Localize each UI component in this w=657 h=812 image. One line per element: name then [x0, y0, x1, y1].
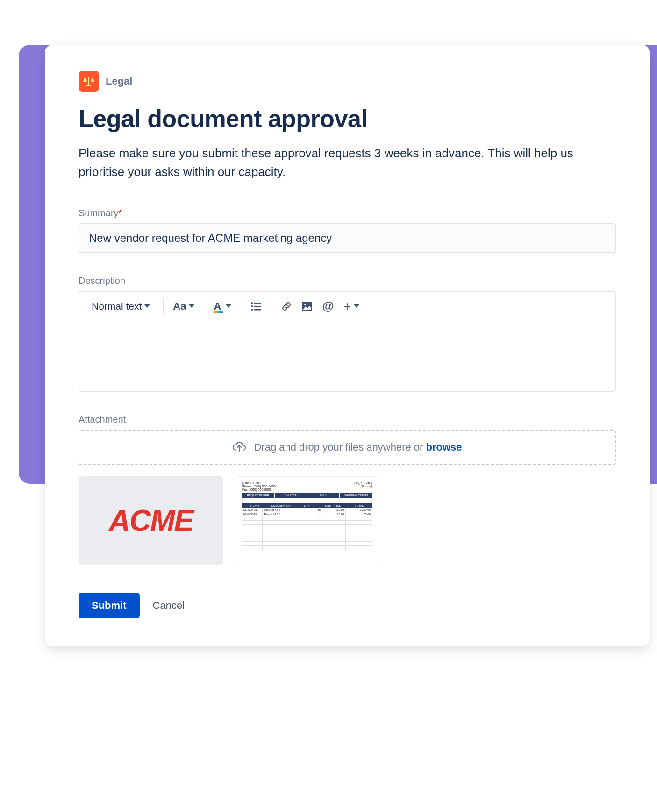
inv-addr-line: Fax: (000) 000-0000: [242, 488, 276, 491]
inv-addr-line: Phone: (000) 000-0000: [242, 485, 276, 488]
insert-more-button[interactable]: +: [339, 297, 364, 316]
chevron-down-icon: [226, 304, 231, 308]
inv-col: DESCRIPTION: [268, 503, 294, 508]
inv-item-row: [242, 521, 372, 525]
required-marker: *: [119, 208, 122, 218]
attachment-dropzone[interactable]: Drag and drop your files anywhere or bro…: [79, 430, 616, 465]
color-label: A: [214, 300, 221, 312]
category-label: Legal: [106, 75, 132, 87]
format-label: Aa: [173, 300, 186, 312]
inv-item-row: [242, 533, 372, 537]
text-style-label: Normal text: [92, 301, 142, 312]
inv-col: TOTAL: [346, 503, 372, 508]
cancel-button[interactable]: Cancel: [153, 600, 185, 612]
dropzone-text: Drag and drop your files anywhere or bro…: [254, 441, 462, 453]
description-field-group: Description Normal text Aa A: [79, 275, 616, 392]
svg-point-4: [251, 309, 253, 311]
summary-input[interactable]: [79, 223, 616, 253]
inv-col: F.O.B.: [307, 493, 340, 498]
inv-item-row: [242, 525, 372, 529]
inv-items-header: ITEM # DESCRIPTION QTY UNIT PRICE TOTAL: [242, 503, 372, 508]
color-swatch-icon: [214, 311, 223, 313]
summary-label-text: Summary: [79, 208, 119, 218]
inv-addr-line: [City, ST ZIP]: [353, 481, 372, 485]
inv-item-row: [45645645] Product ABC 1 75.00 75.00: [242, 512, 372, 516]
invoice-preview: [City, ST ZIP] Phone: (000) 000-0000 Fax…: [239, 479, 375, 563]
inv-item-row: [242, 537, 372, 542]
summary-label: Summary*: [79, 208, 616, 219]
scales-icon: [79, 71, 99, 92]
form-actions: Submit Cancel: [79, 593, 616, 618]
chevron-down-icon: [189, 304, 194, 308]
attachment-thumbnails: ACME [City, ST ZIP] Phone: (000) 000-000…: [79, 476, 616, 565]
upload-cloud-icon: [232, 441, 246, 454]
text-style-dropdown[interactable]: Normal text: [83, 297, 158, 316]
svg-point-2: [251, 305, 253, 307]
submit-button[interactable]: Submit: [79, 593, 140, 618]
text-color-button[interactable]: A: [209, 297, 236, 316]
acme-logo-text: ACME: [109, 503, 193, 538]
svg-point-0: [251, 302, 253, 304]
svg-rect-1: [254, 303, 261, 304]
toolbar-separator: [204, 298, 204, 315]
inv-col: SHIP VIA: [275, 493, 307, 498]
page-description: Please make sure you submit these approv…: [79, 144, 616, 182]
inv-item-row: [242, 546, 372, 550]
toolbar-separator: [271, 298, 271, 315]
editor-toolbar: Normal text Aa A: [79, 292, 615, 321]
chevron-down-icon: [144, 304, 150, 308]
svg-point-7: [304, 304, 306, 305]
category-header: Legal: [79, 71, 616, 92]
summary-field-group: Summary*: [79, 208, 616, 253]
mention-button[interactable]: @: [317, 297, 338, 316]
inv-item-row: [242, 529, 372, 533]
inv-col: ITEM #: [242, 503, 268, 508]
toolbar-separator: [241, 298, 241, 315]
svg-rect-3: [254, 306, 261, 307]
form-card: Legal Legal document approval Please mak…: [45, 45, 650, 646]
inv-item-row: [242, 542, 372, 546]
inv-col: REQUISITIONER: [242, 493, 275, 498]
description-input[interactable]: [79, 321, 615, 391]
description-label: Description: [79, 275, 616, 286]
list-button[interactable]: [246, 297, 266, 316]
browse-link[interactable]: browse: [426, 441, 462, 453]
attachment-label: Attachment: [79, 414, 616, 425]
inv-col: QTY: [294, 503, 321, 508]
attachment-field-group: Attachment Drag and drop your files anyw…: [79, 414, 616, 565]
page-title: Legal document approval: [79, 105, 616, 133]
attachment-thumb-acme[interactable]: ACME: [79, 476, 223, 565]
text-format-button[interactable]: Aa: [168, 297, 199, 316]
inv-item-row: [242, 516, 372, 521]
chevron-down-icon: [354, 304, 359, 308]
link-button[interactable]: [276, 297, 297, 316]
svg-rect-5: [254, 309, 261, 311]
inv-item-row: [23423423] Product XYZ 15 150.00 2,250.0…: [242, 508, 372, 512]
inv-addr-line: [City, ST ZIP]: [242, 481, 276, 485]
inv-header-bar: REQUISITIONER SHIP VIA F.O.B. SHIPPING T…: [242, 493, 372, 498]
attachment-thumb-invoice[interactable]: [City, ST ZIP] Phone: (000) 000-0000 Fax…: [235, 476, 379, 565]
toolbar-separator: [163, 298, 164, 315]
image-button[interactable]: [297, 297, 317, 316]
inv-addr-line: [Phone]: [353, 485, 372, 488]
dropzone-label: Drag and drop your files anywhere or: [254, 441, 426, 453]
rich-text-editor: Normal text Aa A: [79, 291, 616, 392]
inv-col: SHIPPING TERMS: [340, 493, 372, 498]
inv-col: UNIT PRICE: [320, 503, 346, 508]
